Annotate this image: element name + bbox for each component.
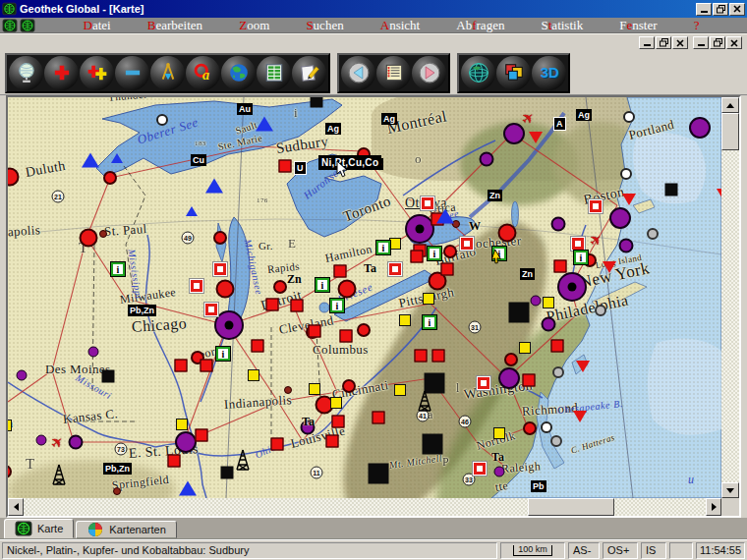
marker-black-sq-lg[interactable] bbox=[423, 434, 443, 455]
marker-yellow-sq[interactable] bbox=[176, 419, 188, 430]
nav-back-button[interactable] bbox=[341, 56, 375, 90]
marker-red-tri[interactable] bbox=[573, 411, 587, 422]
marker-red-lg[interactable] bbox=[338, 280, 357, 299]
marker-red-md[interactable] bbox=[213, 231, 227, 245]
menu-item-abfragen[interactable]: Abfragen bbox=[456, 18, 504, 33]
marker-red-sq[interactable] bbox=[252, 340, 264, 353]
marker-purple-xl[interactable] bbox=[405, 214, 434, 244]
marker-red-sq[interactable] bbox=[523, 374, 536, 387]
menu-item-?[interactable]: ? bbox=[694, 18, 700, 33]
child-globe-icon-1[interactable] bbox=[2, 19, 18, 32]
labels-button[interactable]: a bbox=[186, 56, 220, 90]
marker-black-sq-lg[interactable] bbox=[509, 303, 530, 323]
marker-info[interactable]: i bbox=[216, 347, 230, 361]
marker-gray-c[interactable] bbox=[552, 366, 564, 378]
marker-purple-md[interactable] bbox=[551, 217, 566, 232]
marker-purple-lg[interactable] bbox=[503, 123, 525, 144]
mineral-tag[interactable]: A bbox=[553, 117, 566, 131]
marker-derrick[interactable] bbox=[235, 449, 251, 475]
menu-item-fenster[interactable]: Fenster bbox=[619, 18, 657, 33]
marker-red-md[interactable] bbox=[8, 465, 12, 478]
marker-black-sq-lg[interactable] bbox=[369, 464, 389, 484]
marker-red-sq[interactable] bbox=[326, 435, 339, 448]
restore-button[interactable] bbox=[713, 3, 728, 16]
marker-red-sq-o[interactable] bbox=[570, 236, 586, 252]
marker-yellow-sq[interactable] bbox=[543, 297, 554, 308]
marker-red-sq-o[interactable] bbox=[476, 375, 491, 391]
marker-red-lg[interactable] bbox=[8, 168, 20, 187]
legend-table-button[interactable] bbox=[257, 56, 291, 90]
marker-red-sq[interactable] bbox=[271, 438, 284, 451]
marker-purple-sm[interactable] bbox=[88, 347, 99, 358]
measure-button[interactable] bbox=[150, 56, 185, 90]
marker-red-sq-o[interactable] bbox=[387, 261, 403, 277]
marker-red-sq[interactable] bbox=[291, 300, 304, 312]
marker-red-lg[interactable] bbox=[498, 224, 517, 243]
marker-yellow-sq[interactable] bbox=[519, 342, 531, 354]
scroll-up-button[interactable] bbox=[721, 97, 739, 113]
map-viewport[interactable]: Thunder B.SaultSte. MarieSudburyMontréal… bbox=[8, 97, 721, 498]
marker-red-sq[interactable] bbox=[168, 455, 181, 468]
menu-item-zoom[interactable]: Zoom bbox=[239, 18, 269, 33]
earth-button[interactable] bbox=[221, 56, 256, 90]
vertical-scroll-thumb[interactable] bbox=[721, 113, 739, 150]
child-globe-icon-2[interactable] bbox=[20, 19, 35, 32]
layers-button[interactable] bbox=[496, 56, 531, 90]
marker-red-md[interactable] bbox=[357, 323, 371, 337]
marker-gray-c[interactable] bbox=[595, 305, 606, 316]
menu-item-statistik[interactable]: Statistik bbox=[542, 18, 584, 33]
marker-blue-tri[interactable] bbox=[256, 117, 273, 132]
marker-blue-tri-sm[interactable] bbox=[186, 206, 198, 216]
marker-white-c[interactable] bbox=[156, 114, 168, 126]
marker-red-lg[interactable] bbox=[216, 280, 235, 299]
mineral-tag[interactable]: Pb bbox=[531, 480, 546, 492]
vertical-scrollbar[interactable] bbox=[721, 97, 739, 498]
marker-red-sq-o[interactable] bbox=[588, 198, 603, 214]
child1-minimize-button[interactable] bbox=[639, 36, 655, 49]
marker-red-sq-o[interactable] bbox=[459, 236, 475, 252]
marker-red-sq-o[interactable] bbox=[203, 302, 219, 317]
marker-purple-lg[interactable] bbox=[689, 117, 711, 139]
zoom-in-button[interactable] bbox=[44, 56, 79, 90]
menu-item-suchen[interactable]: Suchen bbox=[306, 18, 343, 33]
view-3d-button[interactable]: 3D3D bbox=[532, 56, 566, 90]
marker-red-sq-o[interactable] bbox=[472, 461, 488, 476]
marker-plane[interactable]: ✈ bbox=[586, 230, 604, 250]
mineral-tag[interactable]: Zn bbox=[520, 268, 535, 280]
nav-forward-button[interactable] bbox=[412, 56, 446, 90]
marker-derrick[interactable] bbox=[51, 464, 67, 489]
mineral-tag[interactable]: Ag bbox=[381, 113, 397, 125]
mineral-tag[interactable]: U bbox=[294, 161, 307, 175]
marker-gray-c[interactable] bbox=[647, 228, 659, 240]
marker-derrick[interactable] bbox=[417, 390, 432, 416]
marker-red-md[interactable] bbox=[443, 245, 457, 258]
horizontal-scrollbar[interactable] bbox=[8, 498, 721, 516]
marker-purple-md[interactable] bbox=[69, 435, 84, 450]
marker-red-md[interactable] bbox=[523, 421, 537, 435]
mineral-tag[interactable]: Pb,Zn bbox=[128, 305, 156, 316]
marker-red-sq[interactable] bbox=[373, 412, 385, 424]
marker-white-c[interactable] bbox=[620, 168, 632, 180]
menu-item-ansicht[interactable]: Ansicht bbox=[380, 18, 420, 33]
marker-red-tri[interactable] bbox=[622, 194, 636, 205]
marker-info[interactable]: i bbox=[574, 251, 588, 264]
marker-red-tri[interactable] bbox=[576, 361, 590, 372]
marker-info[interactable]: i bbox=[423, 315, 436, 329]
tab-karte[interactable]: Karte bbox=[4, 519, 74, 538]
marker-red-md[interactable] bbox=[504, 353, 518, 366]
marker-red-sq[interactable] bbox=[332, 416, 345, 428]
marker-yellow-sq[interactable] bbox=[309, 383, 320, 395]
marker-red-sq[interactable] bbox=[551, 340, 564, 353]
marker-yellow-sq[interactable] bbox=[389, 238, 401, 250]
marker-yellow-sq[interactable] bbox=[423, 293, 434, 305]
menu-item-datei[interactable]: Datei bbox=[84, 18, 111, 33]
marker-red-md[interactable] bbox=[273, 280, 287, 294]
scroll-right-button[interactable] bbox=[706, 498, 721, 516]
mineral-tag[interactable]: Cu bbox=[191, 154, 206, 166]
marker-red-lg[interactable] bbox=[80, 229, 98, 248]
marker-black-sq[interactable] bbox=[221, 467, 234, 479]
marker-yellow-sq[interactable] bbox=[248, 369, 259, 381]
minimize-button[interactable] bbox=[696, 3, 712, 16]
marker-red-md[interactable] bbox=[342, 379, 356, 393]
marker-red-sq[interactable] bbox=[196, 429, 208, 442]
